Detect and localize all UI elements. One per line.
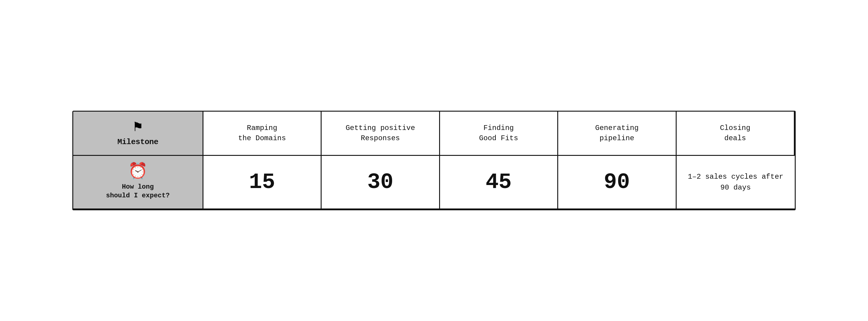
- clock-icon: ⏰: [128, 164, 148, 180]
- column-header-ramping: Ramping the Domains: [204, 112, 321, 156]
- column-header-pipeline-text: Generating pipeline: [595, 123, 639, 143]
- column-header-responses: Getting positive Responses: [321, 112, 440, 156]
- column-header-ramping-text: Ramping the Domains: [238, 123, 286, 143]
- closing-text: 1–2 sales cycles after 90 days: [682, 172, 789, 193]
- table-grid: ⚑ Milestone Ramping the Domains Getting …: [73, 112, 795, 209]
- flag-icon: ⚑: [133, 120, 142, 135]
- responses-number: 30: [367, 172, 393, 193]
- column-header-fits: Finding Good Fits: [440, 112, 558, 156]
- value-pipeline: 90: [558, 156, 676, 209]
- column-header-closing-text: Closing deals: [720, 123, 750, 143]
- how-long-label: How long should I expect?: [106, 183, 170, 200]
- milestone-header-cell: ⚑ Milestone: [73, 112, 204, 156]
- pipeline-number: 90: [604, 172, 630, 193]
- how-long-label-cell: ⏰ How long should I expect?: [73, 156, 204, 209]
- ramping-number: 15: [249, 172, 275, 193]
- value-ramping: 15: [204, 156, 321, 209]
- value-closing: 1–2 sales cycles after 90 days: [677, 156, 795, 209]
- fits-number: 45: [486, 172, 512, 193]
- milestone-table: ⚑ Milestone Ramping the Domains Getting …: [72, 111, 796, 210]
- column-header-responses-text: Getting positive Responses: [346, 123, 415, 143]
- milestone-label: Milestone: [117, 138, 158, 146]
- column-header-fits-text: Finding Good Fits: [479, 123, 518, 143]
- value-fits: 45: [440, 156, 558, 209]
- value-responses: 30: [321, 156, 440, 209]
- column-header-pipeline: Generating pipeline: [558, 112, 676, 156]
- column-header-closing: Closing deals: [677, 112, 795, 156]
